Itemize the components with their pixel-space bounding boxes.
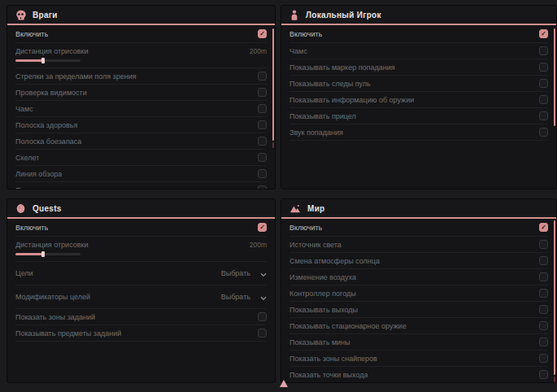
setting-label: Смена атмосферы солнца [289, 257, 380, 265]
setting-label: Показать зоны заданий [15, 313, 95, 321]
toggle-row: Источник света [289, 237, 548, 253]
cursor-icon [280, 380, 288, 387]
setting-label: Показывать следы пуль [289, 80, 371, 88]
toggle-row: Показать точки выхода [289, 367, 548, 383]
setting-label: Показывать информацию об оружии [289, 96, 414, 104]
slider-value: 200m [250, 47, 267, 55]
toggle-row: Показывать выходы [289, 302, 548, 318]
setting-label: Полоска боезапаса [15, 137, 81, 146]
checkbox[interactable] [539, 370, 548, 379]
checkbox[interactable] [258, 153, 267, 162]
checkbox[interactable] [539, 79, 548, 88]
toggle-row: Включить✓ [289, 25, 548, 43]
setting-label: Скелет [15, 154, 39, 162]
slider-label-line: Дистанция отрисовки200m [15, 238, 267, 250]
setting-label: Контроллер погоды [289, 290, 356, 298]
checkbox[interactable] [258, 312, 267, 321]
toggle-row: Показывать следы пуль [289, 76, 548, 92]
checkbox[interactable] [539, 95, 548, 104]
panel-title: Враги [33, 11, 58, 20]
checkbox[interactable] [539, 272, 548, 281]
settings-list: Включить✓Дистанция отрисовки200mЦелиВыбр… [7, 219, 275, 342]
dropdown[interactable]: Выбрать [221, 290, 267, 304]
slider[interactable] [15, 59, 81, 62]
toggle-row: Чамс [15, 101, 267, 117]
scrollbar-track [554, 377, 555, 382]
checkbox[interactable]: ✓ [539, 29, 548, 38]
checkbox[interactable] [539, 111, 548, 120]
slider-handle[interactable] [41, 251, 45, 257]
checkbox[interactable] [539, 305, 548, 314]
checkbox[interactable] [258, 329, 267, 338]
settings-list: Включить✓Источник светаСмена атмосферы с… [281, 219, 556, 383]
checkbox[interactable] [258, 137, 267, 146]
dropdown[interactable]: Выбрать [221, 266, 267, 281]
chevron-down-icon [260, 290, 267, 304]
panel-quests: Quests Включить✓Дистанция отрисовки200mЦ… [7, 198, 276, 383]
checkbox[interactable]: ✓ [258, 29, 267, 38]
checkbox[interactable] [258, 185, 267, 189]
toggle-row: Показывать мины [289, 334, 548, 351]
toggle-row: Показать зоны снайперов [289, 351, 548, 367]
toggle-row: Показывать предметы заданий [15, 325, 267, 342]
checkbox[interactable] [258, 72, 267, 81]
slider-label-line: Дистанция отрисовки200m [15, 45, 267, 57]
setting-label: Цели [15, 269, 33, 277]
settings-list: Включить✓Дистанция отрисовки200mСтрелки … [7, 25, 275, 189]
quests-icon [15, 203, 26, 214]
dropdown-row: Модификаторы целейВыбрать [15, 285, 267, 309]
slider-row: Дистанция отрисовки200m [15, 43, 267, 68]
checkbox[interactable] [539, 338, 548, 346]
scrollbar[interactable] [554, 220, 555, 375]
setting-label: Показать точки выхода [289, 371, 368, 379]
slider-handle[interactable] [41, 58, 45, 63]
dropdown-row: ЦелиВыбрать [15, 262, 267, 285]
slider-fill [15, 253, 43, 255]
toggle-row: Показывать прицел [289, 108, 548, 124]
setting-label: Звук попадания [289, 128, 343, 137]
scrollbar[interactable] [554, 28, 555, 126]
toggle-row: Включить✓ [15, 25, 267, 43]
slider-value: 200m [250, 241, 267, 249]
toggle-row: Стрелки за пределами поля зрения [15, 68, 267, 85]
scrollbar-track [272, 142, 274, 148]
setting-label: Чамс [289, 47, 307, 55]
toggle-row: Показывать стационарное оружие [289, 318, 548, 334]
checkbox[interactable] [539, 256, 548, 265]
toggle-row: Показывать маркер попадания [289, 59, 548, 76]
checkbox[interactable] [539, 46, 548, 55]
setting-label: Показывать маркер попадания [289, 63, 395, 72]
toggle-row: Полоска здоровья [15, 117, 267, 133]
skull-icon [15, 10, 26, 20]
scrollbar[interactable] [272, 28, 274, 141]
checkbox[interactable] [539, 354, 548, 363]
checkbox[interactable] [258, 88, 267, 97]
panel-enemies: Враги Включить✓Дистанция отрисовки200mСт… [7, 5, 276, 189]
checkbox[interactable] [539, 240, 548, 249]
setting-label: Показать зоны снайперов [289, 355, 377, 363]
checkbox[interactable]: ✓ [258, 223, 267, 232]
setting-label: Изменение воздуха [289, 273, 356, 281]
panel-header: Локальный Игрок [281, 6, 556, 25]
toggle-row: Контроллер погоды [289, 285, 548, 302]
toggle-row: Показывать информацию об оружии [289, 92, 548, 108]
checkbox[interactable] [539, 63, 548, 72]
checkbox[interactable]: ✓ [539, 223, 548, 232]
toggle-row: Чамс [289, 43, 548, 59]
setting-label: Дистанция отрисовки [15, 241, 89, 249]
setting-label: Показывать мины [289, 338, 350, 346]
checkbox[interactable] [539, 128, 548, 137]
setting-label: Линия обзора [15, 170, 62, 178]
toggle-row: Показывать следы пуль [15, 182, 267, 189]
slider-row: Дистанция отрисовки200m [15, 237, 267, 262]
checkbox[interactable] [539, 321, 548, 330]
panel-header: Враги [7, 6, 275, 25]
setting-label: Модификаторы целей [15, 293, 90, 301]
checkbox[interactable] [539, 289, 548, 298]
panel-header: Quests [7, 199, 275, 219]
setting-label: Включить [289, 30, 322, 38]
checkbox[interactable] [258, 120, 267, 129]
slider[interactable] [15, 253, 81, 255]
checkbox[interactable] [258, 104, 267, 113]
checkbox[interactable] [258, 169, 267, 178]
